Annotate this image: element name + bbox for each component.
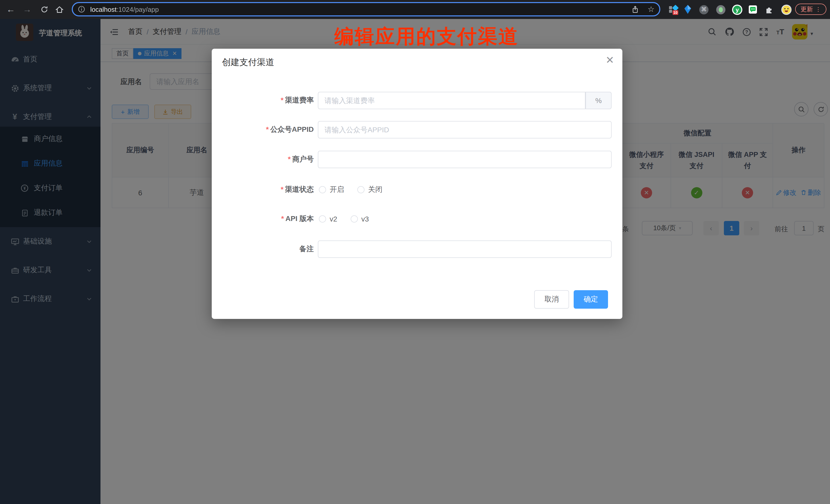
status-radio-group: 开启 关闭 <box>319 181 382 198</box>
radio-v3-label[interactable]: v3 <box>361 215 369 223</box>
reload-icon <box>40 6 48 13</box>
radio-v3[interactable] <box>351 215 358 222</box>
create-pay-channel-dialog: 创建支付渠道 ✕ *渠道费率 % *公众号APPID *商户号 *渠道状态 开启… <box>212 49 622 319</box>
url-host: localhost <box>90 5 117 13</box>
api-version-radio-group: v2 v3 <box>319 210 369 228</box>
radio-v2-label[interactable]: v2 <box>330 215 337 223</box>
radio-open-label[interactable]: 开启 <box>330 185 344 194</box>
dialog-close-icon[interactable]: ✕ <box>605 54 614 66</box>
bookmark-star-icon[interactable]: ☆ <box>643 5 659 14</box>
remark-input[interactable] <box>318 241 612 258</box>
browser-chrome: ← → localhost:1024/pay/app ☆ 10 ⌘ <box>0 0 830 19</box>
annotation-text: 编辑应用的支付渠道 <box>334 24 519 50</box>
cancel-button[interactable]: 取消 <box>534 290 569 309</box>
status-label: *渠道状态 <box>211 185 314 194</box>
browser-reload-button[interactable] <box>36 0 52 19</box>
url-path: :1024/pay/app <box>117 5 159 13</box>
radio-open[interactable] <box>319 186 326 193</box>
browser-forward-button[interactable]: → <box>20 0 35 19</box>
api-version-label: *API 版本 <box>211 214 314 224</box>
extension-diamond-icon[interactable]: 10 <box>667 0 680 19</box>
share-icon[interactable] <box>628 5 643 13</box>
browser-update-button[interactable]: 更新 ⋮ <box>795 4 826 15</box>
browser-home-button[interactable] <box>52 0 67 19</box>
extension-command-icon[interactable]: ⌘ <box>698 0 709 19</box>
merchant-input[interactable] <box>318 151 612 168</box>
appid-input[interactable] <box>318 121 612 138</box>
radio-close-label[interactable]: 关闭 <box>368 185 382 194</box>
home-icon <box>55 5 64 13</box>
extension-green-dot-icon[interactable] <box>715 0 727 19</box>
update-label: 更新 <box>800 5 813 13</box>
extension-kite-icon[interactable] <box>682 0 693 19</box>
site-info-icon[interactable] <box>73 6 90 13</box>
confirm-button[interactable]: 确定 <box>574 290 608 309</box>
merchant-label: *商户号 <box>211 155 314 164</box>
browser-profile-avatar[interactable] <box>780 0 793 19</box>
remark-label: 备注 <box>211 245 314 254</box>
browser-back-button[interactable]: ← <box>3 0 19 19</box>
radio-v2[interactable] <box>319 215 326 222</box>
svg-text:10: 10 <box>673 10 677 14</box>
rate-label: *渠道费率 <box>211 96 314 105</box>
rate-input[interactable] <box>318 92 585 109</box>
screen: ← → localhost:1024/pay/app ☆ 10 ⌘ <box>0 0 830 504</box>
url-bar[interactable]: localhost:1024/pay/app ☆ <box>72 2 660 17</box>
extension-chat-icon[interactable] <box>747 0 758 19</box>
extensions-puzzle-icon[interactable] <box>763 0 775 19</box>
appid-label: *公众号APPID <box>211 125 314 134</box>
rate-append-percent: % <box>585 92 612 109</box>
dialog-title: 创建支付渠道 <box>222 56 274 68</box>
radio-close[interactable] <box>357 186 364 193</box>
browser-menu-dots-icon[interactable]: ⋮ <box>816 6 821 12</box>
extension-y-icon[interactable]: y <box>731 0 743 19</box>
